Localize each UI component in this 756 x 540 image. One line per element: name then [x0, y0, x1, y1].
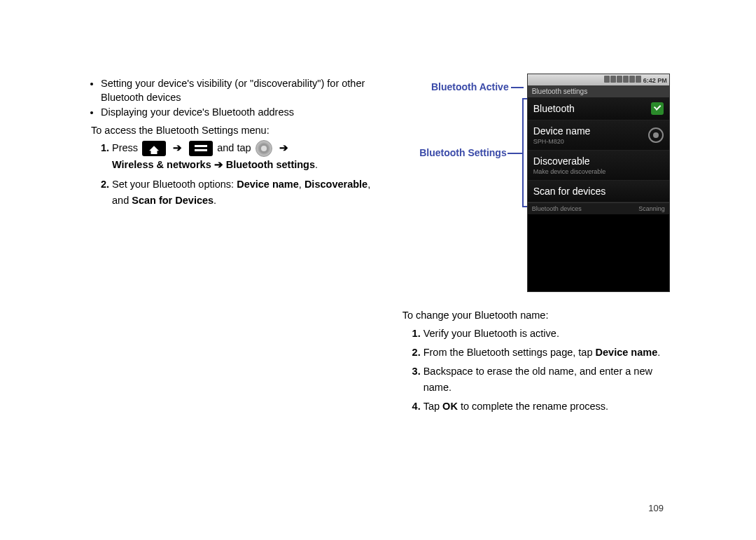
row-scan-label: Scan for devices [533, 186, 606, 197]
row-bluetooth[interactable]: Bluetooth [528, 97, 669, 120]
step2-bold-scan: Scan for Devices [132, 195, 214, 206]
row-discoverable-label: Discoverable [533, 155, 590, 167]
s4-b: OK [442, 401, 458, 412]
s4-c: to complete the rename process. [458, 401, 608, 412]
s4-a: Tap [424, 401, 442, 412]
row-devicename-sub: SPH-M820 [533, 138, 591, 145]
status-bar: 6:42 PM [528, 74, 669, 85]
rename-step-4: Tap OK to complete the rename process. [424, 399, 665, 415]
s2-a: From the Bluetooth settings page, tap [424, 347, 596, 358]
phone-screenshot: 6:42 PM Bluetooth settings Bluetooth Dev… [527, 74, 670, 292]
step1-andtap-label: and tap [217, 142, 251, 153]
step2-bold-devicename: Device name [237, 179, 299, 190]
row-device-name[interactable]: Device name SPH-M820 [528, 120, 669, 151]
row-bluetooth-label: Bluetooth [533, 103, 575, 114]
access-step-2: Set your Bluetooth options: Device name,… [112, 176, 388, 209]
menu-icon [189, 141, 213, 156]
callout-line [522, 98, 524, 207]
callout-bluetooth-settings: Bluetooth Settings [402, 147, 507, 158]
s2-c: . [657, 347, 660, 358]
footer-bar: Bluetooth devices Scanning [528, 202, 669, 214]
rename-step-1: Verify your Bluetooth is active. [424, 326, 665, 342]
callout-line [511, 87, 524, 88]
rename-step-3: Backspace to erase the old name, and ent… [424, 364, 665, 396]
step2-text-c: , [299, 179, 304, 190]
step2-text-a: Set your Bluetooth options: [112, 179, 237, 190]
row-scan-for-devices[interactable]: Scan for devices [528, 181, 669, 202]
arrow-icon: ➔ [173, 142, 182, 153]
screen-title: Bluetooth settings [528, 85, 669, 97]
phone-blank-area [528, 214, 669, 284]
footer-right: Scanning [638, 205, 665, 212]
rename-intro: To change your Bluetooth name: [402, 309, 665, 323]
arrow-icon: ➔ [279, 142, 288, 153]
s2-b: Device name [596, 347, 658, 358]
step1-path: Wireless & networks ➔ Bluetooth settings [112, 159, 315, 170]
access-intro: To access the Bluetooth Settings menu: [91, 124, 388, 138]
callout-line [507, 153, 524, 154]
checkbox-checked-icon [651, 102, 664, 115]
radio-icon [648, 127, 664, 143]
step2-text-e: . [214, 195, 216, 206]
settings-icon [255, 140, 272, 157]
footer-left: Bluetooth devices [532, 205, 582, 212]
access-step-1: Press ➔ and tap ➔ Wireless & networks ➔ … [112, 140, 388, 173]
row-discoverable[interactable]: Discoverable Make device discoverable [528, 151, 669, 181]
page-number: 109 [648, 503, 664, 513]
row-discoverable-sub: Make device discoverable [533, 168, 606, 175]
status-time: 6:42 PM [643, 77, 667, 84]
bullet-visibility: Setting your device's visibility (or "di… [101, 77, 388, 104]
home-icon [142, 141, 166, 156]
row-devicename-label: Device name [533, 125, 591, 137]
callout-bluetooth-active: Bluetooth Active [411, 81, 509, 92]
bullet-address: Displaying your device's Bluetooth addre… [101, 106, 388, 120]
step2-bold-discoverable: Discoverable [304, 179, 368, 190]
step1-press-label: Press [112, 142, 138, 153]
rename-step-2: From the Bluetooth settings page, tap De… [424, 345, 665, 361]
